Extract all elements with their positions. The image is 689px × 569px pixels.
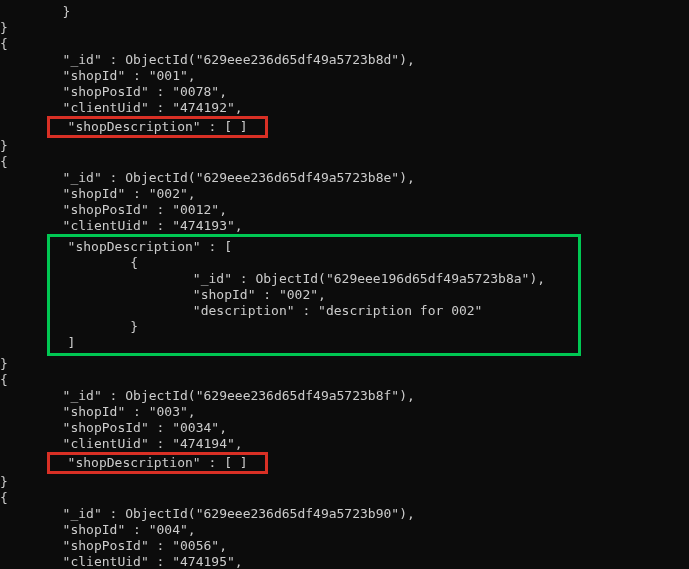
code-line: { <box>0 36 689 52</box>
code-line: { <box>0 154 689 170</box>
code-line: "clientUid" : "474193", <box>0 218 689 234</box>
code-line: { <box>0 372 689 388</box>
highlight-empty-shopDescription: "shopDescription" : [ ] <box>47 452 268 474</box>
highlight-empty-shopDescription: "shopDescription" : [ ] <box>47 116 268 138</box>
code-line: "shopDescription" : [ { "_id" : ObjectId… <box>0 234 689 356</box>
json-output: }}{ "_id" : ObjectId("629eee236d65df49a5… <box>0 4 689 569</box>
code-line: "shopPosId" : "0034", <box>0 420 689 436</box>
code-line: } <box>0 356 689 372</box>
code-line: } <box>0 4 689 20</box>
code-line: } <box>0 138 689 154</box>
code-line: } <box>0 20 689 36</box>
code-line: } <box>0 474 689 490</box>
code-line: ] <box>52 335 576 351</box>
code-line: "_id" : ObjectId("629eee236d65df49a5723b… <box>0 506 689 522</box>
code-line: "shopDescription" : [ ] <box>0 452 689 474</box>
code-line: "description" : "description for 002" <box>52 303 576 319</box>
code-line: } <box>52 319 576 335</box>
code-line: "shopDescription" : [ ] <box>0 116 689 138</box>
code-line: "shopDescription" : [ <box>52 239 576 255</box>
code-line: "shopId" : "002", <box>52 287 576 303</box>
highlight-populated-shopDescription: "shopDescription" : [ { "_id" : ObjectId… <box>47 234 581 356</box>
code-line: "shopPosId" : "0012", <box>0 202 689 218</box>
code-line: "clientUid" : "474195", <box>0 554 689 569</box>
code-line: "shopPosId" : "0078", <box>0 84 689 100</box>
code-line: "_id" : ObjectId("629eee196d65df49a5723b… <box>52 271 576 287</box>
code-line: "shopId" : "002", <box>0 186 689 202</box>
code-line: "clientUid" : "474192", <box>0 100 689 116</box>
code-line: "shopPosId" : "0056", <box>0 538 689 554</box>
code-line: "shopId" : "001", <box>0 68 689 84</box>
code-line: { <box>0 490 689 506</box>
code-line: "_id" : ObjectId("629eee236d65df49a5723b… <box>0 52 689 68</box>
code-line: "shopId" : "004", <box>0 522 689 538</box>
code-line: { <box>52 255 576 271</box>
code-line: "shopId" : "003", <box>0 404 689 420</box>
code-line: "_id" : ObjectId("629eee236d65df49a5723b… <box>0 388 689 404</box>
code-line: "clientUid" : "474194", <box>0 436 689 452</box>
code-line: "_id" : ObjectId("629eee236d65df49a5723b… <box>0 170 689 186</box>
